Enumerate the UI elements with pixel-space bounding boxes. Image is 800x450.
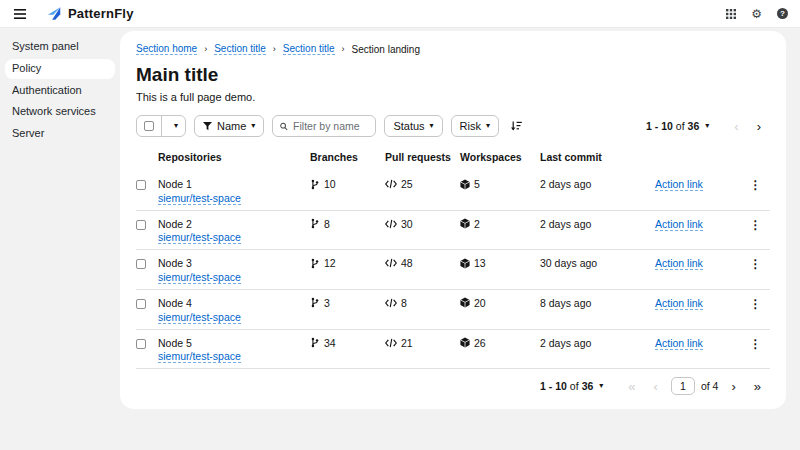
bulk-select-split-button: ▾ (136, 115, 186, 137)
page-subtitle: This is a full page demo. (136, 91, 770, 103)
last-page-button[interactable]: » (745, 380, 770, 393)
name-filter-dropdown[interactable]: Name ▾ (194, 115, 264, 137)
brand: PatternFly (46, 6, 134, 21)
workspaces-count: 13 (474, 257, 486, 269)
breadcrumb-link-1[interactable]: Section title (214, 43, 266, 55)
action-link[interactable]: Action link (655, 178, 703, 191)
code-icon (385, 298, 397, 308)
table-header-row: Repositories Branches Pull requests Work… (136, 147, 770, 171)
sidebar-item-policy[interactable]: Policy (5, 59, 115, 79)
sidebar-item-network-services[interactable]: Network services (5, 102, 115, 122)
repo-link[interactable]: siemur/test-space (158, 271, 241, 284)
caret-down-icon: ▾ (599, 381, 603, 390)
branches-count: 3 (324, 297, 330, 309)
pull-requests-count: 8 (401, 297, 407, 309)
row-checkbox[interactable] (136, 339, 146, 349)
status-label: Status (393, 120, 424, 132)
repo-link[interactable]: siemur/test-space (158, 311, 241, 324)
breadcrumb: Section home › Section title › Section t… (136, 43, 770, 55)
settings-button[interactable]: ⚙ (751, 8, 762, 20)
action-link[interactable]: Action link (655, 337, 703, 350)
action-link[interactable]: Action link (655, 257, 703, 270)
pagination-bottom-nav: « ‹ of 4 › » (619, 377, 770, 395)
next-page-button[interactable]: › (748, 120, 770, 133)
kebab-menu-button[interactable]: ⋮ (746, 178, 766, 192)
bulk-select-checkbox[interactable] (144, 121, 154, 131)
code-branch-icon (310, 297, 320, 308)
cube-icon (460, 337, 470, 348)
sort-button[interactable] (507, 121, 526, 131)
hamburger-icon (14, 9, 26, 19)
table-row: Node 3 siemur/test-space 12 48 13 30 day… (136, 250, 770, 290)
column-header-workspaces: Workspaces (460, 151, 540, 163)
repo-link[interactable]: siemur/test-space (158, 350, 241, 363)
action-link[interactable]: Action link (655, 218, 703, 231)
pagination-menu-toggle[interactable]: ▾ (705, 122, 709, 130)
kebab-menu-button[interactable]: ⋮ (746, 257, 766, 271)
caret-down-icon: ▾ (486, 122, 490, 130)
status-dropdown[interactable]: Status ▾ (384, 115, 442, 137)
next-page-button[interactable]: › (722, 380, 744, 393)
column-header-branches: Branches (310, 151, 385, 163)
row-checkbox[interactable] (136, 180, 146, 190)
branches-count: 12 (324, 257, 336, 269)
pull-requests-count: 25 (401, 178, 413, 190)
cube-icon (460, 258, 470, 269)
app-launcher-button[interactable] (726, 9, 736, 19)
caret-down-icon: ▾ (430, 122, 434, 130)
sidebar-item-system-panel[interactable]: System panel (5, 37, 115, 57)
cube-icon (460, 297, 470, 308)
row-checkbox[interactable] (136, 299, 146, 309)
code-branch-icon (310, 218, 320, 229)
last-commit: 2 days ago (540, 178, 655, 190)
nav-toggle-button[interactable] (10, 7, 30, 21)
pagination-menu-toggle[interactable]: ▾ (599, 382, 603, 390)
pull-requests-count: 48 (401, 257, 413, 269)
code-icon (385, 338, 397, 348)
workspaces-count: 20 (474, 297, 486, 309)
brand-name: PatternFly (68, 6, 134, 21)
pagination-range: 1 - 10 (646, 120, 673, 132)
patternfly-logo-icon (46, 6, 62, 21)
question-circle-icon: ? (777, 8, 788, 19)
pagination-of-label: of (676, 120, 685, 132)
breadcrumb-separator-icon: › (342, 45, 345, 54)
prev-page-button[interactable]: ‹ (725, 120, 747, 133)
cube-icon (460, 218, 470, 229)
breadcrumb-separator-icon: › (204, 45, 207, 54)
last-commit: 30 days ago (540, 257, 655, 269)
action-link[interactable]: Action link (655, 297, 703, 310)
kebab-menu-button[interactable]: ⋮ (746, 297, 766, 311)
repo-link[interactable]: siemur/test-space (158, 192, 241, 205)
content-card: Section home › Section title › Section t… (120, 31, 786, 409)
help-button[interactable]: ? (777, 8, 788, 19)
prev-page-button[interactable]: ‹ (645, 380, 667, 393)
branches-count: 8 (324, 218, 330, 230)
workspaces-count: 26 (474, 337, 486, 349)
risk-dropdown[interactable]: Risk ▾ (451, 115, 499, 137)
bulk-select-toggle[interactable]: ▾ (167, 116, 185, 136)
table-row: Node 1 siemur/test-space 10 25 5 2 days … (136, 171, 770, 211)
sidebar-item-authentication[interactable]: Authentication (5, 81, 115, 101)
table-row: Node 4 siemur/test-space 3 8 20 8 days a… (136, 290, 770, 330)
toolbar: ▾ Name ▾ Status ▾ (136, 115, 770, 137)
search-input[interactable] (293, 120, 368, 132)
page-title: Main title (136, 64, 770, 86)
breadcrumb-link-2[interactable]: Section title (283, 43, 335, 55)
sidebar-item-server[interactable]: Server (5, 124, 115, 144)
last-commit: 2 days ago (540, 218, 655, 230)
row-checkbox[interactable] (136, 259, 146, 269)
kebab-menu-button[interactable]: ⋮ (746, 337, 766, 351)
current-page-input[interactable] (671, 377, 695, 395)
filter-icon (203, 122, 212, 131)
code-icon (385, 179, 397, 189)
first-page-button[interactable]: « (619, 380, 644, 393)
code-branch-icon (310, 179, 320, 190)
row-checkbox[interactable] (136, 220, 146, 230)
breadcrumb-link-home[interactable]: Section home (136, 43, 197, 55)
repo-link[interactable]: siemur/test-space (158, 231, 241, 244)
pagination-total: 36 (688, 120, 700, 132)
last-commit: 2 days ago (540, 337, 655, 349)
kebab-menu-button[interactable]: ⋮ (746, 218, 766, 232)
node-name: Node 1 (158, 178, 310, 192)
